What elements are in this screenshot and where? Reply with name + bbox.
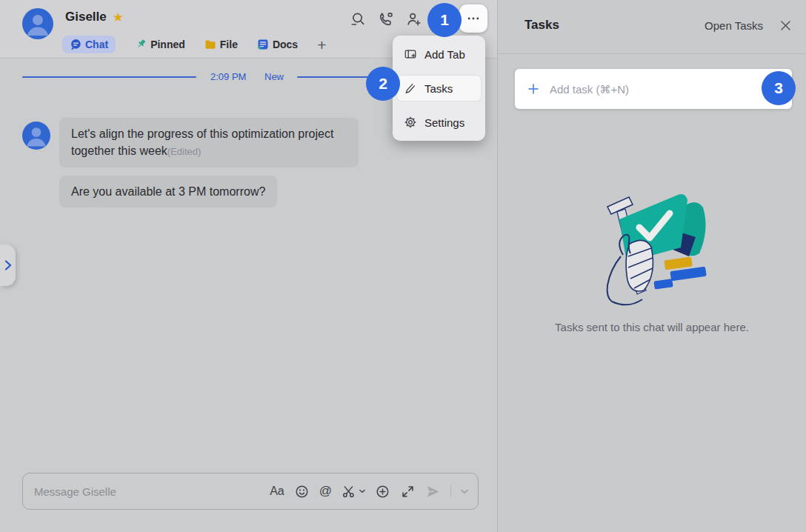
send-icon[interactable] xyxy=(425,484,441,499)
expand-composer-icon[interactable] xyxy=(400,484,416,499)
message-bubble[interactable]: Are you available at 3 PM tomorrow? xyxy=(59,176,277,207)
tab-label: Chat xyxy=(85,39,108,50)
message-group: Let's align the progress of this optimiz… xyxy=(22,118,359,207)
add-tab-icon xyxy=(404,47,417,61)
new-divider-label: New xyxy=(264,71,284,82)
mention-icon[interactable]: @ xyxy=(319,484,332,499)
contact-name: Giselle xyxy=(65,10,107,24)
message-avatar[interactable] xyxy=(22,122,50,150)
search-icon[interactable] xyxy=(350,11,366,27)
send-options-chevron-icon[interactable] xyxy=(461,489,468,494)
tab-label: File xyxy=(220,39,238,50)
tasks-panel-header: Tasks Open Tasks xyxy=(498,0,806,54)
tab-label: Docs xyxy=(273,39,298,50)
tab-file[interactable]: File xyxy=(204,39,238,50)
menu-item-tasks[interactable]: Tasks xyxy=(397,76,481,101)
message-text: Let's align the progress of this optimiz… xyxy=(71,127,333,157)
step-badge-3: 3 xyxy=(762,71,796,105)
text-format-icon[interactable]: Aa xyxy=(270,485,284,498)
menu-item-label: Tasks xyxy=(424,82,453,95)
add-task-plus-icon xyxy=(527,82,540,96)
chevron-down-icon xyxy=(359,489,365,493)
chat-tabs: Chat Pinned File xyxy=(62,34,326,55)
add-tab-plus-button[interactable]: + xyxy=(317,37,326,53)
add-task-input[interactable] xyxy=(550,83,780,96)
new-divider-line-right xyxy=(297,76,368,78)
gear-icon xyxy=(404,116,417,129)
chat-bubble-icon xyxy=(70,39,81,50)
person-icon xyxy=(22,8,53,39)
more-dots-icon xyxy=(466,11,481,26)
screenshot-scissors-icon[interactable] xyxy=(342,484,365,499)
composer-divider xyxy=(450,485,451,497)
contact-avatar[interactable] xyxy=(22,8,53,39)
close-icon[interactable] xyxy=(779,19,793,33)
message-input[interactable] xyxy=(34,485,260,498)
tab-pinned[interactable]: Pinned xyxy=(135,39,185,50)
tasks-panel-title: Tasks xyxy=(524,18,559,33)
step-badge-2: 2 xyxy=(366,67,400,101)
step-badge-1: 1 xyxy=(427,3,462,37)
favorite-star-icon[interactable]: ★ xyxy=(113,11,124,24)
new-divider-line-left xyxy=(22,76,196,78)
message-bubble[interactable]: Let's align the progress of this optimiz… xyxy=(59,118,359,167)
edited-label: (Edited) xyxy=(167,146,202,157)
menu-item-label: Add Tab xyxy=(424,48,465,61)
message-bubbles: Let's align the progress of this optimiz… xyxy=(59,118,359,207)
tasks-empty-illustration xyxy=(586,185,727,307)
more-button[interactable] xyxy=(459,4,487,33)
tab-label: Pinned xyxy=(150,39,185,50)
tab-chat[interactable]: Chat xyxy=(62,36,116,53)
call-icon[interactable] xyxy=(378,11,394,27)
tasks-empty-message: Tasks sent to this chat will appear here… xyxy=(498,321,806,333)
chevron-right-icon xyxy=(4,260,12,270)
folder-icon xyxy=(204,39,216,50)
menu-item-add-tab[interactable]: Add Tab xyxy=(397,41,481,67)
add-member-icon[interactable] xyxy=(406,11,422,27)
expand-sidebar-handle[interactable] xyxy=(0,245,16,286)
app-window: Giselle ★ xyxy=(0,0,806,532)
emoji-icon[interactable] xyxy=(294,484,310,499)
contact-row: Giselle ★ xyxy=(65,10,124,24)
more-dropdown-menu: Add Tab Tasks Settings xyxy=(393,36,485,141)
tab-docs[interactable]: Docs xyxy=(257,39,298,50)
attach-plus-icon[interactable] xyxy=(375,484,390,499)
message-composer: Aa @ xyxy=(22,473,479,510)
message-text: Are you available at 3 PM tomorrow? xyxy=(71,185,265,198)
tasks-side-panel: Tasks Open Tasks xyxy=(497,0,806,532)
pin-icon xyxy=(135,39,147,50)
person-icon xyxy=(22,122,50,150)
open-tasks-button[interactable]: Open Tasks xyxy=(705,19,763,32)
menu-item-label: Settings xyxy=(424,116,464,129)
docs-icon xyxy=(257,39,269,50)
new-divider-time: 2:09 PM xyxy=(210,71,246,82)
menu-item-settings[interactable]: Settings xyxy=(397,110,481,135)
add-task-field[interactable] xyxy=(515,69,792,109)
tasks-pen-icon xyxy=(404,82,417,95)
